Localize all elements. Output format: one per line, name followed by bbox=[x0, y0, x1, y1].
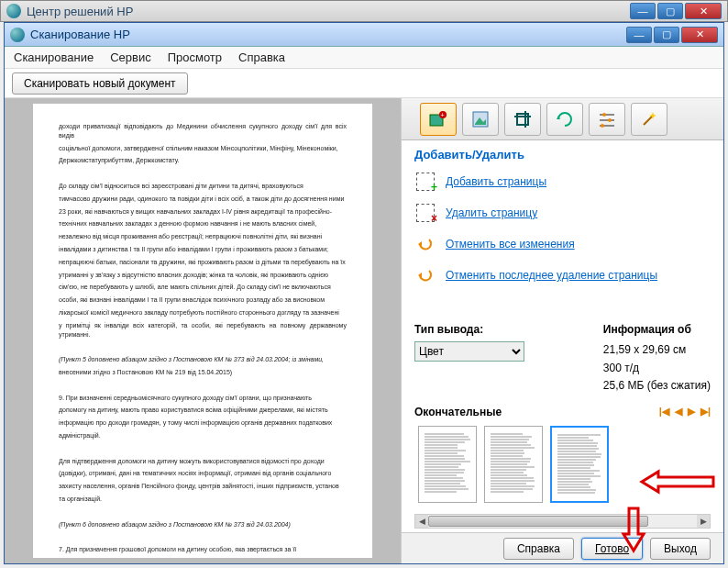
rotate-icon bbox=[555, 109, 575, 129]
thumbs-next-icon[interactable]: ▶ bbox=[688, 406, 695, 418]
output-info-label: Информация об bbox=[603, 323, 691, 336]
output-section: Тип вывода: Цвет Информация об 21,59 x 2… bbox=[402, 316, 723, 402]
scroll-thumb[interactable] bbox=[428, 516, 648, 527]
close-button[interactable]: ✕ bbox=[681, 27, 718, 43]
thumbnails bbox=[414, 422, 711, 510]
menu-help[interactable]: Справка bbox=[238, 50, 285, 64]
scroll-left-icon[interactable]: ◀ bbox=[415, 515, 428, 528]
delete-page-label: Удалить страницу bbox=[446, 206, 537, 219]
done-button[interactable]: Готово bbox=[581, 538, 643, 560]
add-remove-panel: Добавить/Удалить Добавить страницы Удали… bbox=[402, 140, 723, 303]
scan-window: Сканирование HP — ▢ ✕ Сканирование Серви… bbox=[4, 22, 724, 564]
tool-add-remove[interactable]: + bbox=[420, 103, 457, 136]
panel-title: Добавить/Удалить bbox=[414, 148, 711, 161]
delete-page-action[interactable]: Удалить страницу bbox=[414, 202, 711, 224]
undo-all-label: Отменить все изменения bbox=[446, 238, 575, 251]
exit-button[interactable]: Выход bbox=[650, 538, 711, 560]
sliders-icon bbox=[597, 109, 617, 129]
delete-page-icon bbox=[416, 204, 435, 222]
thumbnail-3[interactable] bbox=[550, 426, 609, 503]
svg-point-12 bbox=[608, 118, 612, 122]
thumbnail-1[interactable] bbox=[418, 426, 477, 503]
output-type-label: Тип вывода: bbox=[414, 323, 483, 336]
window-title: Сканирование HP bbox=[30, 28, 626, 41]
undo-all-icon bbox=[416, 238, 435, 251]
toolstrip: + bbox=[402, 98, 723, 140]
parent-titlebar: Центр решений HP — ▢ ✕ bbox=[0, 0, 728, 22]
titlebar: Сканирование HP — ▢ ✕ bbox=[5, 23, 723, 47]
menu-service[interactable]: Сервис bbox=[110, 50, 151, 64]
thumbs-scrollbar[interactable]: ◀ ▶ bbox=[414, 514, 711, 529]
tool-crop[interactable] bbox=[504, 103, 541, 136]
svg-point-10 bbox=[602, 113, 606, 117]
thumbs-last-icon[interactable]: ▶| bbox=[700, 406, 711, 418]
document-page[interactable]: доходи приватизації відповідають до Меди… bbox=[33, 104, 372, 558]
tool-image-adjust[interactable] bbox=[462, 103, 499, 136]
add-pages-label: Добавить страницы bbox=[446, 175, 546, 188]
tool-sliders[interactable] bbox=[589, 103, 625, 136]
menu-view[interactable]: Просмотр bbox=[168, 50, 222, 64]
scan-new-button[interactable]: Сканировать новый документ bbox=[12, 72, 188, 95]
toolbar: Сканировать новый документ bbox=[5, 69, 723, 98]
add-pages-action[interactable]: Добавить страницы bbox=[414, 171, 711, 193]
output-type-select[interactable]: Цвет bbox=[414, 341, 524, 362]
add-remove-icon: + bbox=[428, 109, 448, 129]
thumbs-first-icon[interactable]: |◀ bbox=[659, 406, 669, 418]
minimize-button[interactable]: — bbox=[626, 27, 652, 43]
thumbs-header: Окончательные |◀ ◀ ▶ ▶| bbox=[402, 402, 723, 418]
picture-icon bbox=[470, 109, 491, 129]
parent-maximize-button[interactable]: ▢ bbox=[657, 3, 683, 19]
svg-line-15 bbox=[644, 116, 653, 125]
thumbs-label: Окончательные bbox=[414, 406, 502, 418]
wand-icon bbox=[639, 109, 659, 129]
undo-last-label: Отменить последнее удаление страницы bbox=[446, 269, 657, 282]
output-dims: 21,59 x 29,69 см bbox=[603, 341, 711, 359]
menu-scan[interactable]: Сканирование bbox=[14, 50, 94, 64]
footer: Справка Готово Выход bbox=[402, 532, 723, 563]
output-size: 25,6 МБ (без сжатия) bbox=[603, 377, 711, 395]
parent-title: Центр решений HP bbox=[27, 5, 630, 18]
add-page-icon bbox=[416, 173, 435, 191]
svg-rect-5 bbox=[517, 114, 528, 125]
thumbnail-2[interactable] bbox=[484, 426, 543, 503]
preview-pane: доходи приватизації відповідають до Меди… bbox=[5, 98, 401, 563]
app-icon bbox=[6, 4, 21, 18]
undo-all-action[interactable]: Отменить все изменения bbox=[414, 233, 711, 255]
thumbs-prev-icon[interactable]: ◀ bbox=[675, 406, 682, 418]
undo-last-icon bbox=[416, 269, 435, 282]
scroll-right-icon[interactable]: ▶ bbox=[697, 515, 710, 528]
parent-close-button[interactable]: ✕ bbox=[685, 3, 722, 19]
help-button[interactable]: Справка bbox=[503, 538, 574, 560]
crop-icon bbox=[513, 109, 533, 129]
parent-minimize-button[interactable]: — bbox=[630, 3, 656, 19]
tool-rotate[interactable] bbox=[546, 103, 583, 136]
undo-last-action[interactable]: Отменить последнее удаление страницы bbox=[414, 264, 711, 286]
menubar: Сканирование Сервис Просмотр Справка bbox=[5, 47, 723, 69]
output-dpi: 300 т/д bbox=[603, 360, 711, 377]
window-icon bbox=[10, 28, 25, 42]
tool-auto-enhance[interactable] bbox=[631, 103, 667, 136]
svg-point-14 bbox=[601, 124, 604, 128]
maximize-button[interactable]: ▢ bbox=[654, 27, 679, 43]
side-panel: + Добавить/Удалить bbox=[401, 98, 723, 563]
svg-text:+: + bbox=[441, 112, 445, 118]
